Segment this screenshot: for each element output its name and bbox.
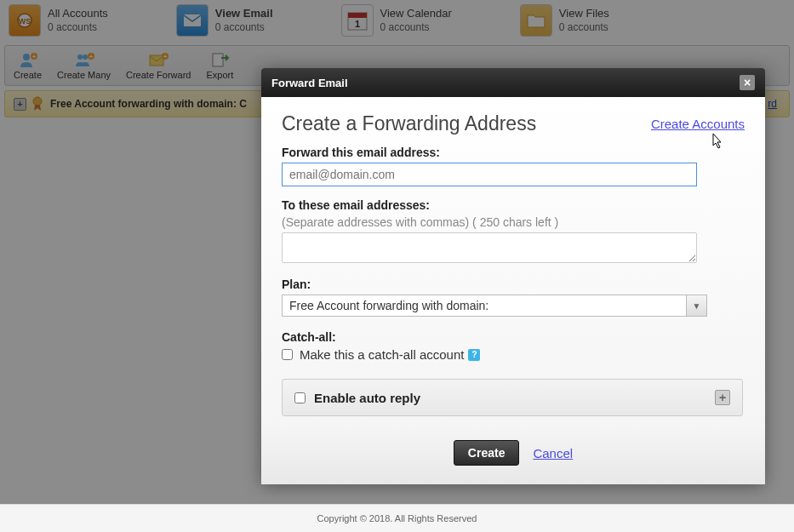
auto-reply-section: Enable auto reply + (282, 379, 743, 416)
create-button[interactable]: Create (454, 440, 520, 466)
cancel-button[interactable]: Cancel (533, 446, 573, 460)
to-addresses-hint: (Separate addresses with commas) ( 250 c… (282, 215, 745, 229)
modal-heading: Create a Forwarding Address (282, 112, 536, 135)
catchall-text: Make this a catch-all account (300, 347, 464, 362)
to-addresses-textarea[interactable] (282, 232, 697, 263)
close-icon[interactable]: × (740, 75, 755, 90)
create-accounts-link[interactable]: Create Accounts (651, 117, 745, 131)
expand-plus-icon[interactable]: + (715, 390, 730, 405)
modal-title: Forward Email (271, 77, 348, 89)
chevron-down-icon: ▼ (687, 295, 707, 317)
auto-reply-checkbox[interactable] (294, 392, 306, 403)
forward-address-label: Forward this email address: (282, 146, 745, 159)
catchall-checkbox[interactable] (282, 349, 293, 360)
forward-email-input[interactable] (282, 163, 697, 186)
catchall-label: Catch-all: (282, 330, 745, 344)
plan-selected-value: Free Account forwarding with domain: (282, 295, 687, 317)
to-addresses-label: To these email addresses: (282, 198, 745, 212)
footer-text: Copyright © 2018. All Rights Reserved (0, 504, 794, 532)
plan-label: Plan: (282, 277, 745, 291)
help-icon[interactable]: ? (468, 349, 480, 361)
forward-email-modal: Forward Email × Create a Forwarding Addr… (261, 68, 765, 484)
plan-select[interactable]: Free Account forwarding with domain: ▼ (282, 295, 707, 317)
modal-header: Forward Email × (261, 68, 765, 97)
auto-reply-label: Enable auto reply (314, 391, 420, 405)
